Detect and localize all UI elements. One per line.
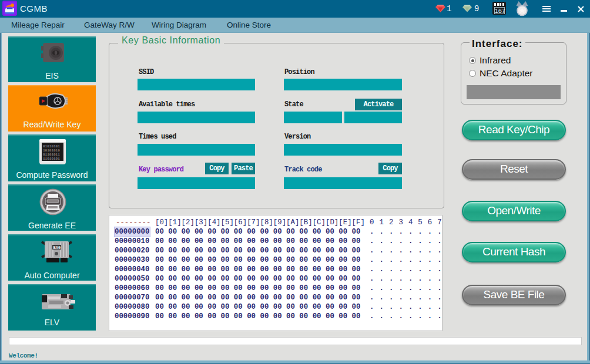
svg-text:11010101: 11010101 xyxy=(43,157,60,161)
svg-text:01010101: 01010101 xyxy=(43,144,60,149)
svg-text:10101010: 10101010 xyxy=(43,149,60,153)
svg-text:BAG: BAG xyxy=(53,245,61,250)
svg-text:01101011: 01101011 xyxy=(43,153,60,157)
